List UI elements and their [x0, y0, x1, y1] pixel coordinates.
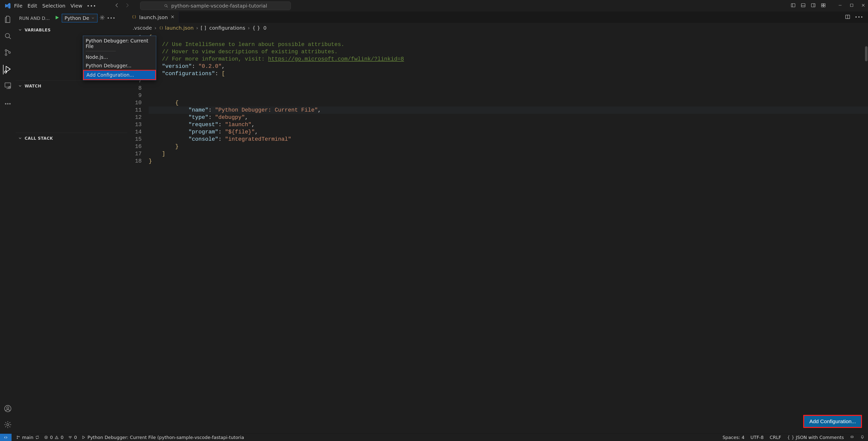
activity-accounts-icon[interactable] [3, 404, 12, 414]
window-close-icon[interactable] [861, 3, 866, 8]
status-warnings: 0 [61, 435, 63, 440]
svg-point-30 [851, 437, 852, 437]
svg-point-22 [101, 17, 103, 18]
svg-point-20 [7, 407, 9, 409]
command-center-text: python-sample-vscode-fastapi-tutorial [171, 3, 267, 9]
error-icon [44, 435, 48, 440]
svg-rect-7 [824, 5, 825, 7]
dropdown-item-nodejs[interactable]: Node.js... [83, 53, 156, 61]
status-branch[interactable]: main [16, 435, 39, 440]
activity-explorer-icon[interactable] [3, 15, 12, 25]
status-problems[interactable]: 0 0 [44, 435, 64, 440]
layout-sidebar-left-icon[interactable] [790, 3, 796, 9]
chevron-right-icon: › [154, 25, 156, 31]
activity-run-debug-icon[interactable] [3, 65, 12, 75]
status-ports[interactable]: 0 [68, 435, 77, 440]
breadcrumbs[interactable]: .vscode › launch.json › [ ] configuratio… [128, 23, 868, 33]
code-content[interactable]: { // Use IntelliSense to learn about pos… [145, 33, 868, 434]
breadcrumb-index-label: 0 [264, 25, 267, 31]
svg-point-16 [5, 103, 6, 105]
window-maximize-icon[interactable] [849, 3, 854, 8]
status-ports-count: 0 [74, 435, 77, 440]
layout-panel-icon[interactable] [801, 3, 806, 9]
watch-header[interactable]: WATCH [16, 81, 127, 91]
breadcrumb-array[interactable]: [ ] configurations [201, 25, 245, 31]
run-debug-panel: RUN AND DE... Python De ••• VARIABLES [16, 11, 128, 434]
layout-customize-icon[interactable] [821, 3, 826, 9]
variables-header[interactable]: VARIABLES [16, 25, 127, 35]
chevron-right-icon: › [248, 25, 250, 31]
activity-search-icon[interactable] [3, 32, 12, 41]
breadcrumb-object[interactable]: { } 0 [252, 25, 267, 31]
notifications-icon[interactable] [860, 435, 865, 440]
start-debug-icon[interactable] [54, 15, 60, 21]
svg-point-0 [165, 4, 167, 7]
nav-forward-icon[interactable] [124, 2, 130, 9]
svg-point-18 [9, 103, 11, 105]
debug-config-dropdown: Python Debugger: Current File Node.js...… [83, 36, 156, 80]
svg-point-17 [7, 103, 8, 105]
split-editor-icon[interactable] [845, 14, 850, 21]
menu-view[interactable]: View [70, 3, 82, 9]
menu-file[interactable]: File [14, 3, 22, 9]
git-branch-icon [16, 435, 20, 440]
svg-point-9 [5, 33, 9, 38]
svg-rect-8 [850, 4, 853, 7]
debug-more-icon[interactable]: ••• [107, 16, 116, 21]
add-configuration-button[interactable]: Add Configuration... [803, 415, 862, 428]
status-encoding[interactable]: UTF-8 [750, 435, 764, 440]
sync-icon[interactable] [35, 435, 39, 440]
json-file-icon [132, 14, 136, 21]
editor-more-icon[interactable]: ••• [855, 15, 864, 20]
dropdown-item-add-configuration[interactable]: Add Configuration... [83, 70, 156, 80]
activity-more-icon[interactable] [3, 99, 12, 109]
activity-settings-icon[interactable] [3, 420, 12, 430]
dropdown-separator [86, 51, 116, 51]
breadcrumb-array-label: configurations [209, 25, 245, 31]
activity-bar [0, 11, 16, 434]
warning-icon [55, 435, 59, 440]
dropdown-group-label: Python Debugger: Current File [83, 36, 156, 50]
svg-rect-29 [851, 436, 854, 438]
layout-sidebar-right-icon[interactable] [811, 3, 816, 9]
breadcrumb-file[interactable]: launch.json [159, 25, 194, 31]
debug-config-gear-icon[interactable] [99, 15, 105, 21]
chevron-down-icon [18, 28, 22, 32]
svg-point-31 [852, 437, 853, 437]
menu-selection[interactable]: Selection [42, 3, 65, 9]
command-center[interactable]: python-sample-vscode-fastapi-tutorial [140, 1, 291, 10]
activity-remote-explorer-icon[interactable] [3, 81, 12, 91]
code-editor[interactable]: 123456789101112131415161718 { // Use Int… [128, 33, 868, 434]
callstack-header[interactable]: CALL STACK [16, 133, 127, 144]
remote-indicator[interactable] [0, 434, 11, 441]
debug-config-select[interactable]: Python De [62, 14, 97, 22]
tab-launch-json[interactable]: launch.json [128, 11, 179, 23]
status-errors: 0 [50, 435, 53, 440]
nav-back-icon[interactable] [114, 2, 120, 9]
dropdown-item-python-debugger[interactable]: Python Debugger... [83, 61, 156, 70]
scrollbar-thumb[interactable] [865, 46, 868, 61]
editor-group: launch.json ••• .vscode › launch.json › … [128, 11, 868, 434]
svg-point-21 [7, 424, 9, 426]
status-branch-name: main [22, 435, 33, 440]
status-spaces[interactable]: Spaces: 4 [722, 435, 744, 440]
status-debug-target[interactable]: Python Debugger: Current File (python-sa… [82, 435, 244, 440]
svg-rect-6 [822, 5, 823, 7]
copilot-icon[interactable] [850, 435, 854, 440]
debug-alt-icon [82, 435, 86, 440]
svg-rect-4 [822, 3, 823, 5]
status-eol[interactable]: CRLF [770, 435, 781, 440]
tab-close-icon[interactable] [170, 14, 175, 20]
callstack-section: CALL STACK [16, 133, 127, 434]
watch-section: WATCH [16, 81, 127, 133]
breadcrumb-folder[interactable]: .vscode [133, 25, 152, 31]
menu-bar: File Edit Selection View [14, 3, 82, 9]
chevron-down-icon [18, 84, 22, 88]
status-language[interactable]: { } JSON with Comments [787, 435, 844, 440]
menu-more-icon[interactable]: ••• [87, 3, 96, 8]
run-debug-header: RUN AND DE... Python De ••• [16, 11, 127, 25]
window-minimize-icon[interactable] [838, 3, 842, 8]
menu-edit[interactable]: Edit [27, 3, 37, 9]
activity-scm-icon[interactable] [3, 48, 12, 58]
title-bar: File Edit Selection View ••• python-samp… [0, 0, 868, 11]
